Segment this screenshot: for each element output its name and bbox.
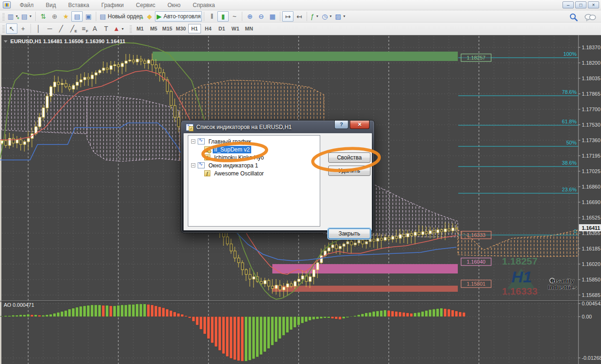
fib-label: 78.6% (562, 89, 577, 95)
line-chart-button[interactable]: ~ (229, 11, 240, 22)
menu-item-4[interactable]: Сервис (130, 0, 162, 10)
channel-tool[interactable]: ╱E (67, 23, 78, 34)
chart-shift-button[interactable]: ↤ (293, 11, 305, 22)
market-watch-button[interactable]: ▤ (71, 11, 83, 22)
price-tick-label: 1.16020 (582, 261, 601, 267)
menu-item-6[interactable]: Справка (187, 0, 221, 10)
supply-zone (153, 52, 458, 61)
price-tick-label: 1.17865 (582, 91, 601, 97)
timeframe-w1[interactable]: W1 (229, 24, 242, 33)
tick-chart-button[interactable]: ⇅ (38, 11, 49, 22)
tile-windows-button[interactable]: ▦ (267, 11, 278, 22)
timeframe-h4[interactable]: H4 (202, 24, 215, 33)
indicators-list-dialog: Список индикаторов на EURUSD,H1 ? ✕ −Гла… (181, 120, 375, 233)
indicator-function-icon: f (204, 154, 210, 160)
menu-item-0[interactable]: Файл (14, 0, 40, 10)
restore-button[interactable]: □ (575, 1, 586, 8)
delete-button[interactable]: Удалить (328, 166, 370, 176)
cursor-tool[interactable]: ↖ (6, 23, 17, 34)
dialog-help-button[interactable]: ? (334, 121, 348, 129)
ao-value-label: AO 0.000471 (4, 302, 34, 308)
menu-item-5[interactable]: Окно (162, 0, 187, 10)
zoom-in-button[interactable]: ⊕ (244, 11, 255, 22)
minimize-button[interactable]: – (562, 1, 574, 8)
templates-button[interactable]: ▨▼ (334, 11, 347, 22)
timeframe-h1[interactable]: H1 (188, 24, 201, 33)
price-tick-label: 1.16525 (582, 215, 601, 220)
tree-item-3[interactable]: −Окно индикатора 1 (189, 161, 319, 169)
close-button[interactable]: Закрыть (328, 228, 370, 239)
timeframe-m15[interactable]: M15 (161, 24, 174, 33)
price-tick-label: 1.17700 (582, 106, 601, 112)
cursor-crosshair-button[interactable]: ⊕ (49, 11, 60, 22)
fib-label: 61.8% (562, 119, 577, 124)
menu-bar: ФайлВидВставкаГрафикиСервисОкноСправка –… (0, 0, 601, 10)
menu-item-2[interactable]: Вставка (62, 0, 95, 10)
tree-item-label[interactable]: Окно индикатора 1 (207, 162, 260, 169)
close-window-button[interactable]: × (588, 1, 599, 8)
text-label-tool[interactable]: T (100, 23, 112, 34)
toolbar-grip[interactable] (2, 12, 5, 21)
tree-item-1[interactable]: fII_SupDem v2 (189, 145, 319, 153)
tree-item-label[interactable]: Awesome Oscillator (213, 170, 265, 177)
menu-item-1[interactable]: Вид (40, 0, 62, 10)
timeframe-m1[interactable]: M1 (134, 24, 146, 33)
timeframe-m30[interactable]: M30 (175, 24, 187, 33)
timeframe-mn[interactable]: MN (243, 24, 255, 33)
toolbar-grip[interactable] (2, 24, 5, 33)
timeframe-d1[interactable]: D1 (216, 24, 228, 33)
indicators-tree[interactable]: −Главный графикfII_SupDem v2fIchimoku Ki… (188, 135, 320, 227)
tree-item-2[interactable]: fIchimoku Kinko Hyo (189, 153, 319, 161)
svg-text:1.16040: 1.16040 (467, 259, 485, 265)
dialog-title-bar[interactable]: Список индикаторов на EURUSD,H1 (186, 123, 292, 131)
vertical-line-tool[interactable]: │ (33, 23, 44, 34)
svg-text:Insanity: Insanity (551, 277, 574, 284)
fibonacci-tool[interactable]: ≡F (78, 23, 89, 34)
app-logo-icon (3, 1, 11, 8)
tree-item-4[interactable]: fAwesome Oscillator (189, 169, 319, 177)
timeframe-m5[interactable]: M5 (147, 24, 160, 33)
toolbar-separator (35, 12, 36, 21)
arrows-tool[interactable]: ▲▼ (112, 23, 126, 34)
bar-chart-button[interactable]: ǁ (206, 11, 217, 22)
properties-button[interactable]: Свойства (328, 152, 370, 163)
autotrading-button[interactable]: ▶Авто-торговля (155, 11, 202, 22)
periods-button[interactable]: ◷▼ (320, 11, 333, 22)
metaeditor-button[interactable]: ◆ (144, 11, 155, 22)
tree-item-label[interactable]: Ichimoku Kinko Hyo (213, 154, 265, 161)
toolbar-grip[interactable] (130, 24, 132, 33)
menu-item-3[interactable]: Графики (95, 0, 130, 10)
tree-expander[interactable]: − (191, 163, 195, 167)
chart-profiles-button[interactable]: ▤▼ (20, 11, 33, 22)
indicators-button[interactable]: ƒ▼ (309, 11, 320, 22)
favorites-button[interactable]: ★ (60, 11, 71, 22)
price-tick-label: 1.18035 (582, 76, 601, 81)
new-order-button[interactable]: ▤+Новый ордер (98, 11, 144, 22)
crosshair-tool[interactable]: + (17, 23, 29, 34)
price-tick-label: 1.15685 (582, 292, 601, 298)
new-chart-button[interactable]: ▥+▼ (6, 11, 20, 22)
horizontal-line-tool[interactable]: ─ (44, 23, 55, 34)
zoom-out-button[interactable]: ⊖ (255, 11, 267, 22)
dialog-close-button[interactable]: ✕ (350, 121, 370, 129)
dialog-body: −Главный графикfII_SupDem v2fIchimoku Ki… (184, 133, 372, 230)
data-window-button[interactable]: ▣ (83, 11, 94, 22)
toolbar-separator (242, 12, 242, 21)
svg-text:1.16411: 1.16411 (582, 225, 600, 231)
tree-item-label[interactable]: II_SupDem v2 (213, 146, 251, 153)
toolbar-separator (307, 12, 307, 21)
text-tool[interactable]: A (89, 23, 100, 34)
search-icon[interactable] (569, 13, 578, 22)
tree-item-label[interactable]: Главный график (207, 138, 253, 145)
svg-text:1.16333: 1.16333 (502, 286, 538, 296)
trendline-tool[interactable]: ╱ (55, 23, 67, 34)
price-tick-label: 1.17530 (582, 122, 601, 128)
auto-scroll-button[interactable]: ↦ (282, 11, 293, 22)
dialog-title: Список индикаторов на EURUSD,H1 (196, 124, 292, 130)
ao-tick-label: 0.00 (582, 314, 592, 319)
candle-chart-button[interactable]: ▮ (217, 11, 229, 22)
svg-text:1.15801: 1.15801 (467, 281, 485, 287)
tree-item-0[interactable]: −Главный график (189, 137, 319, 145)
tree-expander[interactable]: − (191, 139, 195, 144)
chat-icon[interactable] (584, 13, 596, 22)
